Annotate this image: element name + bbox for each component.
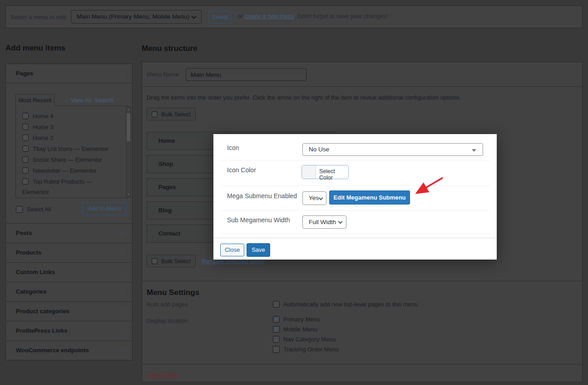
page-checklist-item[interactable]: Top Rated Products — (22, 176, 116, 187)
page-checkbox[interactable] (22, 113, 29, 119)
save-button[interactable]: Save (247, 243, 270, 257)
chevron-down-icon (191, 14, 196, 19)
page-checkbox[interactable] (22, 178, 29, 185)
display-location-option[interactable]: Tracking Order Menu (273, 344, 339, 354)
location-label: Nav Category Menu (283, 336, 336, 343)
page-checkbox[interactable] (22, 167, 29, 174)
dropdown-triangle-icon (472, 149, 476, 152)
menu-settings-heading: Menu Settings (147, 288, 199, 297)
icon-dropdown[interactable]: No Use (302, 143, 483, 156)
modal-row-divider (220, 160, 490, 160)
add-menu-items-heading: Add menu items (5, 44, 65, 53)
location-checkbox[interactable] (273, 316, 280, 323)
accordion-section-title: Product categories (16, 308, 69, 315)
create-menu-text: or create a new menu. Don't forget to sa… (237, 13, 388, 20)
add-menu-items-panel: Pages ▲ Most Recent View All Search Home… (5, 64, 133, 360)
location-label: Mobile Menu (283, 326, 317, 333)
bulk-select-top-checkbox[interactable] (152, 111, 158, 117)
chevron-down-icon (338, 220, 343, 224)
page-checkbox[interactable] (22, 135, 29, 141)
accordion-section-title: ProfilePress Links (16, 327, 67, 334)
bulk-select-top-label: Bulk Select (161, 111, 191, 118)
add-to-menu-button[interactable]: Add to Menu (82, 202, 127, 215)
save-changes-reminder: . Don't forget to save your changes! (295, 13, 388, 20)
expand-arrow-icon[interactable]: ▼ (120, 244, 125, 263)
icon-color-label: Icon Color (227, 166, 256, 174)
expand-arrow-icon[interactable]: ▼ (120, 224, 125, 243)
bulk-select-bottom[interactable]: Bulk Select (147, 255, 196, 267)
accordion-section-title: Products (16, 249, 41, 256)
page-checklist-item[interactable]: Home 3 (22, 121, 116, 132)
scrollbar-thumb[interactable] (127, 113, 130, 141)
display-location-option[interactable]: Primary Menu (273, 314, 339, 324)
menu-name-input[interactable] (186, 68, 306, 81)
expand-arrow-icon[interactable]: ▼ (120, 322, 125, 341)
select-all-checkbox[interactable] (16, 206, 23, 213)
menu-item-title: Pages (158, 184, 176, 190)
expand-arrow-icon[interactable]: ▼ (120, 283, 125, 302)
page-checklist-item[interactable]: Newsletter — Elementor (22, 165, 116, 176)
menu-item-title: Blog (158, 207, 172, 214)
scroll-down-icon[interactable]: ▼ (126, 193, 131, 196)
accordion-section-header[interactable]: WooCommerce endpoints ▼ (6, 340, 132, 360)
scroll-up-icon[interactable]: ▲ (126, 108, 131, 111)
sub-megamenu-width-dropdown[interactable]: Full Width (302, 215, 346, 229)
page-checkbox[interactable] (22, 145, 29, 152)
accordion-section-header[interactable]: ProfilePress Links ▼ (6, 321, 132, 340)
tab-view-all[interactable]: View All (71, 97, 91, 104)
pages-accordion-header[interactable]: Pages ▲ (6, 64, 132, 83)
auto-add-option-label: Automatically add new top-level pages to… (283, 301, 418, 308)
auto-add-pages-label: Auto add pages (147, 301, 188, 308)
menu-name-row: Menu Name (142, 62, 582, 87)
select-color-button-label: Select Color (319, 168, 348, 181)
icon-dropdown-value: No Use (309, 146, 329, 153)
tab-search[interactable]: Search (94, 97, 113, 104)
location-checkbox[interactable] (273, 336, 280, 343)
pages-panel-title: Pages (16, 70, 33, 77)
display-location-option[interactable]: Nav Category Menu (273, 334, 339, 344)
location-checkbox[interactable] (273, 346, 280, 353)
display-location-options: Primary Menu Mobile Menu Nav Category Me… (273, 314, 339, 354)
page-checklist-item[interactable]: Tbay List Icons — Elementor (22, 143, 116, 154)
create-new-menu-link[interactable]: create a new menu (244, 13, 295, 20)
expand-arrow-icon[interactable]: ▼ (120, 341, 125, 360)
menu-item-title: Contact (158, 230, 180, 237)
accordion-section-header[interactable]: Categories ▼ (6, 282, 132, 301)
collapse-arrow-icon[interactable]: ▲ (120, 64, 125, 83)
auto-add-checkbox[interactable] (273, 301, 280, 308)
edit-megamenu-submenu-button[interactable]: Edit Megamenu Submenu (329, 190, 410, 205)
sub-megamenu-width-value: Full Width (309, 219, 336, 225)
red-annotation-arrow (405, 172, 447, 199)
pages-list-scrollbar[interactable]: ▲ ▼ (126, 106, 131, 197)
accordion-section-header[interactable]: Posts ▼ (6, 223, 132, 243)
page-checklist-item[interactable]: Social Share — Elementor (22, 154, 116, 165)
page-checkbox[interactable] (22, 156, 29, 163)
accordion-section-header[interactable]: Products ▼ (6, 243, 132, 262)
accordion-section-title: Custom Links (16, 269, 55, 275)
delete-menu-link[interactable]: Delete Menu (147, 371, 180, 378)
menu-select-value: Main Menu (Primary Menu, Mobile Menu) (77, 13, 189, 20)
select-all-control[interactable]: Select All (16, 206, 51, 213)
select-color-button[interactable]: Select Color (301, 165, 349, 179)
bulk-select-top[interactable]: Bulk Select (147, 108, 196, 120)
location-checkbox[interactable] (273, 326, 280, 333)
page-checklist-label: Newsletter — Elementor (33, 167, 97, 174)
expand-arrow-icon[interactable]: ▼ (120, 302, 125, 321)
close-button[interactable]: Close (220, 244, 244, 256)
page-checklist-item[interactable]: Home 4 (22, 110, 116, 121)
expand-arrow-icon[interactable]: ▼ (120, 263, 125, 282)
accordion-section-header[interactable]: Custom Links ▼ (6, 262, 132, 282)
auto-add-option[interactable]: Automatically add new top-level pages to… (273, 299, 418, 309)
menu-select-dropdown[interactable]: Main Menu (Primary Menu, Mobile Menu) (71, 10, 202, 24)
tab-most-recent[interactable]: Most Recent (15, 94, 54, 106)
page-checklist-label: Home 3 (33, 124, 54, 130)
menu-name-label: Menu Name (147, 62, 179, 87)
page-checkbox[interactable] (22, 124, 29, 130)
mega-submenu-dropdown[interactable]: Yes (302, 191, 326, 205)
bulk-select-bottom-checkbox[interactable] (152, 258, 158, 264)
select-menu-button[interactable]: Select (209, 11, 231, 24)
page-checklist-wrapped-text: Elementor (22, 187, 116, 198)
accordion-section-header[interactable]: Product categories ▼ (6, 301, 132, 321)
page-checklist-item[interactable]: Home 2 (22, 132, 116, 143)
display-location-option[interactable]: Mobile Menu (273, 324, 339, 334)
